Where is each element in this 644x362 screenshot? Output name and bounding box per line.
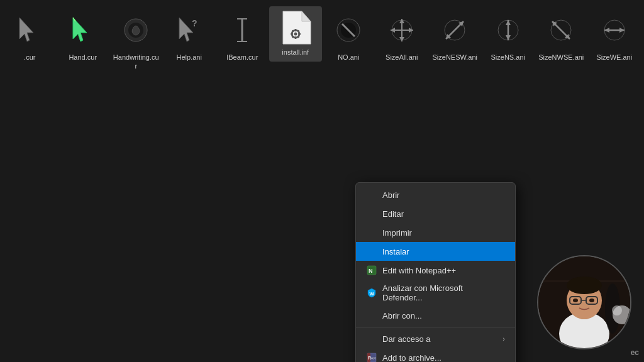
file-item-ibeam[interactable]: IBeam.cur <box>216 6 269 67</box>
file-item-install-inf[interactable]: install.inf <box>269 6 323 62</box>
svg-point-81 <box>589 299 594 302</box>
context-menu-item-addarchive[interactable]: R AR Add to archive... <box>356 348 515 362</box>
context-menu-item-abrir[interactable]: Abrir <box>356 185 515 204</box>
svg-point-84 <box>612 305 622 315</box>
file-name: SizeAll.ani <box>386 53 418 62</box>
context-menu-item-notepad[interactable]: N Edit with Notepad++ <box>356 261 515 280</box>
edit-icon <box>366 208 377 219</box>
share-access-icon <box>366 333 377 344</box>
context-menu-item-defender[interactable]: W Analizar con Microsoft Defender... <box>356 280 515 306</box>
file-name: SizeNWSE.ani <box>538 53 584 62</box>
svg-point-12 <box>294 33 297 36</box>
file-icon-cur <box>11 11 48 49</box>
print-icon <box>366 227 377 238</box>
context-menu-item-editar[interactable]: Editar <box>356 204 515 223</box>
svg-text:?: ? <box>192 18 197 28</box>
svg-rect-14 <box>294 36 296 39</box>
file-icon-no <box>330 11 367 49</box>
file-name: .cur <box>24 53 35 62</box>
file-icon-hand <box>64 11 102 49</box>
file-grid: .cur Hand.cur Handwriting.cur ? <box>0 0 644 82</box>
file-item-handwriting[interactable]: Handwriting.cur <box>109 6 163 76</box>
file-item-no[interactable]: NO.ani <box>322 6 375 67</box>
install-icon <box>366 246 377 257</box>
svg-point-76 <box>567 277 602 294</box>
file-name: SizeWE.ani <box>596 53 632 62</box>
file-name: Help.ani <box>177 53 202 62</box>
svg-rect-15 <box>291 33 293 35</box>
webcam-overlay <box>537 255 631 349</box>
file-item-sizeall[interactable]: SizeAll.ani <box>375 6 429 67</box>
open-icon <box>366 189 377 200</box>
submenu-arrow: › <box>502 335 505 343</box>
context-menu-separator-1 <box>356 327 515 327</box>
svg-rect-16 <box>298 33 301 35</box>
svg-marker-0 <box>19 18 33 41</box>
svg-marker-6 <box>179 18 193 41</box>
file-item-sizens[interactable]: SizeNS.ani <box>482 6 535 67</box>
context-menu-item-imprimir[interactable]: Imprimir <box>356 223 515 242</box>
file-name: Hand.cur <box>69 53 97 62</box>
svg-text:N: N <box>369 268 373 274</box>
file-item-sizenewse[interactable]: SizeNWSE.ani <box>535 6 588 67</box>
svg-rect-13 <box>294 29 296 31</box>
open-with-icon <box>366 310 377 321</box>
rar-icon-1: R AR <box>366 352 377 362</box>
context-menu-item-instalar[interactable]: Instalar <box>356 242 515 261</box>
file-icon-sizenesw <box>436 11 474 49</box>
file-icon-sizewe <box>596 11 633 49</box>
file-name: install.inf <box>282 48 309 57</box>
file-icon-help: ? <box>170 11 208 49</box>
watermark: ec <box>631 348 639 357</box>
notepad-icon: N <box>366 265 377 276</box>
defender-icon: W <box>366 287 377 299</box>
file-name: IBeam.cur <box>226 53 258 62</box>
file-name: NO.ani <box>338 53 359 62</box>
svg-text:W: W <box>370 291 375 297</box>
context-menu-item-daracceso[interactable]: Dar acceso a › <box>356 329 515 348</box>
webcam-video <box>538 256 630 348</box>
file-item-sizenesw[interactable]: SizeNESW.ani <box>428 6 482 67</box>
file-icon-sizens <box>489 11 527 49</box>
file-item-hand[interactable]: Hand.cur <box>57 6 110 67</box>
context-menu: Abrir Editar Imprimir Instalar N Edit wi… <box>355 182 516 362</box>
context-menu-item-abrircon[interactable]: Abrir con... <box>356 306 515 325</box>
file-name: Handwriting.cur <box>113 53 160 71</box>
file-icon-handwriting <box>117 11 155 49</box>
file-icon-install-inf <box>279 11 312 44</box>
file-item[interactable]: .cur <box>3 6 57 67</box>
svg-point-80 <box>573 299 578 302</box>
file-icon-sizeall <box>383 11 421 49</box>
file-name: SizeNESW.ani <box>432 53 477 62</box>
file-name: SizeNS.ani <box>491 53 525 62</box>
svg-text:AR: AR <box>371 356 377 360</box>
file-item-help[interactable]: ? Help.ani <box>163 6 216 67</box>
file-icon-ibeam <box>223 11 261 49</box>
file-item-sizewe[interactable]: SizeWE.ani <box>588 6 641 67</box>
file-icon-sizenewse <box>542 11 580 49</box>
